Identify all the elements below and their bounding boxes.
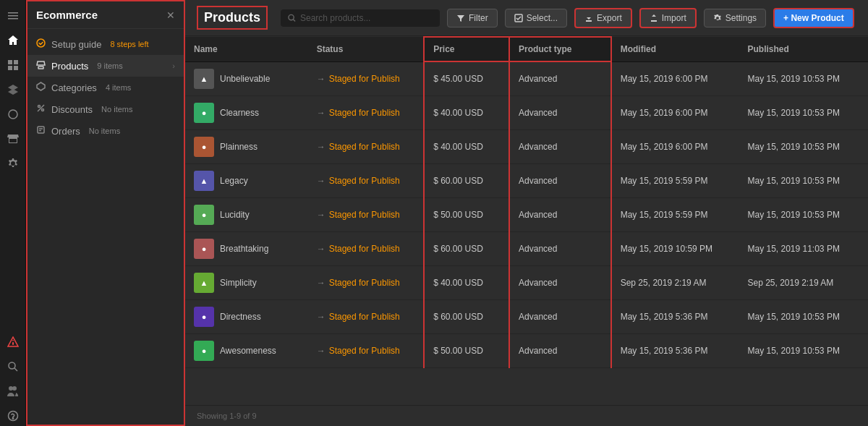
cell-published: May 15, 2019 10:53 PM [739, 333, 848, 367]
cell-published: May 15, 2019 10:53 PM [739, 197, 848, 231]
grid-icon[interactable] [3, 55, 23, 75]
sidebar-item-orders[interactable]: Orders No items [27, 120, 184, 142]
search-box[interactable] [281, 9, 440, 27]
sidebar-item-products[interactable]: Products 9 items › [27, 55, 184, 77]
cell-status: → Staged for Publish [308, 129, 425, 163]
export-button[interactable]: Export [574, 8, 632, 28]
table-row[interactable]: ● Clearness → Staged for Publish $ 40.00… [185, 95, 868, 129]
cell-price: $ 50.00 USD [424, 333, 509, 367]
people-icon[interactable] [3, 381, 23, 401]
table-footer: Showing 1-9 of 9 [185, 405, 868, 426]
table-row[interactable]: ● Awesomeness → Staged for Publish $ 50.… [185, 333, 868, 367]
sidebar-close-button[interactable]: ✕ [166, 9, 175, 21]
menu-icon[interactable] [3, 6, 23, 26]
table-row[interactable]: ● Directness → Staged for Publish $ 60.0… [185, 299, 868, 333]
table-row[interactable]: ● Breathtaking → Staged for Publish $ 60… [185, 231, 868, 265]
table-row[interactable]: ● Lucidity → Staged for Publish $ 50.00 … [185, 197, 868, 231]
product-name: Awesomeness [220, 346, 276, 356]
status-text: Staged for Publish [329, 176, 400, 186]
cell-modified: May 15, 2019 5:59 PM [611, 197, 739, 231]
cell-status: → Staged for Publish [308, 95, 425, 129]
svg-point-14 [38, 106, 41, 108]
cell-extra [848, 163, 868, 197]
col-header-type[interactable]: Product type [509, 37, 611, 61]
status-arrow-icon: → [317, 312, 326, 322]
table-row[interactable]: ▲ Unbelievable → Staged for Publish $ 45… [185, 61, 868, 95]
main-content: Products Filter Select... Export [185, 0, 868, 426]
cell-type: Advanced [509, 299, 611, 333]
cell-name: ● Plainness [185, 129, 308, 163]
cell-published: May 15, 2019 10:53 PM [739, 163, 848, 197]
svg-point-10 [12, 418, 13, 419]
product-name: Simplicity [220, 278, 257, 288]
status-text: Staged for Publish [329, 142, 400, 152]
product-thumbnail: ▲ [194, 273, 214, 293]
import-icon [650, 14, 658, 22]
col-header-published[interactable]: Published [739, 37, 848, 61]
select-icon [514, 14, 523, 22]
cell-type: Advanced [509, 265, 611, 299]
table-row[interactable]: ▲ Legacy → Staged for Publish $ 60.00 US… [185, 163, 868, 197]
status-arrow-icon: → [317, 142, 326, 152]
product-thumbnail: ▲ [194, 69, 214, 89]
table-header-row: Name Status Price Product type Modified … [185, 37, 868, 61]
settings-button[interactable]: Settings [704, 9, 766, 27]
export-icon [584, 14, 593, 22]
cell-type: Advanced [509, 95, 611, 129]
new-product-button[interactable]: + New Product [773, 8, 854, 28]
setup-label: Setup guide [51, 39, 101, 50]
help-icon[interactable] [3, 406, 23, 426]
cell-extra [848, 299, 868, 333]
import-button[interactable]: Import [639, 8, 697, 28]
cell-type: Advanced [509, 129, 611, 163]
svg-marker-13 [37, 82, 45, 90]
product-thumbnail: ● [194, 137, 214, 157]
sidebar-item-categories[interactable]: Categories 4 items [27, 77, 184, 98]
alert-icon[interactable] [3, 332, 23, 352]
products-icon [36, 60, 46, 72]
sidebar-item-setup[interactable]: Setup guide 8 steps left [27, 33, 184, 55]
status-text: Staged for Publish [329, 74, 400, 84]
sidebar-item-discounts[interactable]: Discounts No items [27, 98, 184, 120]
orders-label: Orders [51, 126, 80, 137]
cell-modified: May 15, 2019 6:00 PM [611, 61, 739, 95]
categories-count: 4 items [106, 83, 131, 92]
col-header-price[interactable]: Price [424, 37, 509, 61]
gear-icon[interactable] [3, 153, 23, 174]
products-chevron: › [172, 61, 175, 70]
cell-name: ● Breathtaking [185, 231, 308, 265]
search-icon[interactable] [3, 357, 23, 377]
cell-modified: May 15, 2019 10:59 PM [611, 231, 739, 265]
home-icon[interactable] [3, 30, 23, 51]
products-table-wrapper[interactable]: Name Status Price Product type Modified … [185, 36, 868, 405]
categories-label: Categories [51, 82, 97, 93]
sidebar-title: Ecommerce [36, 9, 98, 21]
table-row[interactable]: ● Plainness → Staged for Publish $ 40.00… [185, 129, 868, 163]
svg-rect-1 [14, 60, 18, 64]
cell-modified: May 15, 2019 6:00 PM [611, 129, 739, 163]
store-icon[interactable] [3, 129, 23, 149]
status-text: Staged for Publish [329, 244, 400, 254]
filter-button[interactable]: Filter [447, 9, 498, 27]
cell-published: May 15, 2019 11:03 PM [739, 231, 848, 265]
cell-modified: May 15, 2019 5:36 PM [611, 299, 739, 333]
svg-rect-2 [8, 66, 12, 70]
cell-name: ● Awesomeness [185, 333, 308, 367]
cell-price: $ 50.00 USD [424, 197, 509, 231]
circle-icon[interactable] [3, 104, 23, 124]
product-name: Lucidity [220, 210, 250, 220]
layers-icon[interactable] [3, 80, 23, 100]
cell-price: $ 60.00 USD [424, 231, 509, 265]
col-header-status[interactable]: Status [308, 37, 425, 61]
col-header-modified[interactable]: Modified [611, 37, 739, 61]
svg-rect-12 [38, 67, 43, 69]
col-header-name[interactable]: Name [185, 37, 308, 61]
categories-icon [36, 82, 46, 93]
product-thumbnail: ● [194, 103, 214, 123]
cell-name: ▲ Unbelievable [185, 61, 308, 95]
status-arrow-icon: → [317, 74, 326, 84]
select-button[interactable]: Select... [505, 9, 567, 27]
search-input[interactable] [300, 13, 433, 23]
table-row[interactable]: ▲ Simplicity → Staged for Publish $ 40.0… [185, 265, 868, 299]
product-name: Plainness [220, 142, 258, 152]
